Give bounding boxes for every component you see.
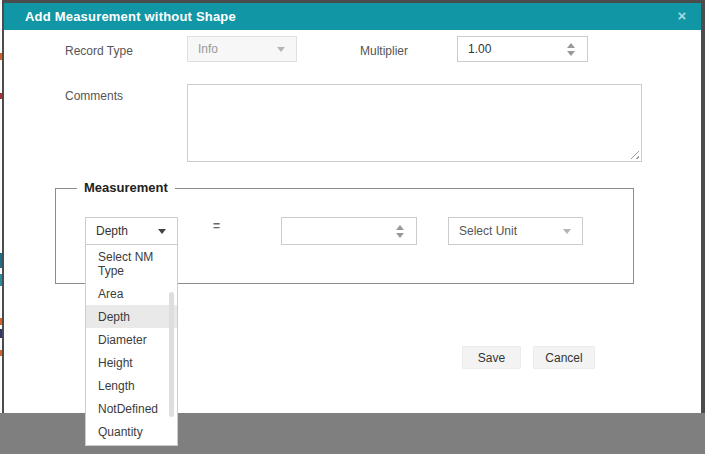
background-speck <box>0 329 2 338</box>
background-speck <box>0 274 2 286</box>
spinner-down-icon[interactable] <box>567 51 575 56</box>
background-speck <box>0 350 2 356</box>
background-speck <box>0 253 2 268</box>
scrollbar-thumb[interactable] <box>169 292 174 417</box>
unit-select[interactable]: Select Unit <box>448 217 583 245</box>
background-page-sliver <box>0 0 2 413</box>
equals-sign: = <box>213 219 220 233</box>
measurement-value-input[interactable] <box>282 224 396 238</box>
background-speck <box>0 53 2 60</box>
dropdown-option[interactable]: Area <box>86 282 177 305</box>
spinner-icon[interactable] <box>396 225 404 238</box>
record-type-value: Info <box>188 42 277 56</box>
nm-type-select[interactable]: Depth <box>85 217 178 245</box>
screenshot-canvas: Add Measurement without Shape × Record T… <box>0 0 705 454</box>
background-speck <box>0 318 2 325</box>
chevron-down-icon <box>158 229 166 234</box>
spinner-up-icon[interactable] <box>396 225 404 230</box>
dropdown-option[interactable]: Depth <box>86 305 177 328</box>
nm-type-dropdown-list: Select NM TypeAreaDepthDiameterHeightLen… <box>85 245 178 446</box>
cancel-button[interactable]: Cancel <box>533 346 595 369</box>
dialog-title: Add Measurement without Shape <box>4 9 236 24</box>
dropdown-option[interactable]: Diameter <box>86 328 177 351</box>
dropdown-option[interactable]: Height <box>86 351 177 374</box>
dropdown-option[interactable]: Select NM Type <box>86 245 177 282</box>
multiplier-input-wrap <box>457 36 588 62</box>
record-type-select: Info <box>187 36 297 62</box>
dialog-header: Add Measurement without Shape × <box>4 3 701 30</box>
multiplier-input[interactable] <box>458 42 567 56</box>
comments-label: Comments <box>65 89 123 103</box>
save-button[interactable]: Save <box>462 346 521 369</box>
background-speck <box>0 93 2 99</box>
dropdown-option[interactable]: NotDefined <box>86 397 177 420</box>
spinner-icon[interactable] <box>567 43 575 56</box>
comments-textarea[interactable] <box>187 84 642 162</box>
record-type-label: Record Type <box>65 44 133 58</box>
add-measurement-dialog: Add Measurement without Shape × Record T… <box>4 3 701 413</box>
chevron-down-icon <box>563 229 571 234</box>
measurement-legend: Measurement <box>77 180 175 195</box>
multiplier-label: Multiplier <box>360 44 408 58</box>
chevron-down-icon <box>277 47 285 52</box>
unit-select-value: Select Unit <box>449 224 563 238</box>
dropdown-option[interactable]: Quantity <box>86 420 177 443</box>
dropdown-option[interactable]: Length <box>86 374 177 397</box>
measurement-value-wrap <box>281 217 417 245</box>
spinner-up-icon[interactable] <box>567 43 575 48</box>
close-icon[interactable]: × <box>673 7 691 25</box>
spinner-down-icon[interactable] <box>396 233 404 238</box>
nm-type-value: Depth <box>86 224 158 238</box>
